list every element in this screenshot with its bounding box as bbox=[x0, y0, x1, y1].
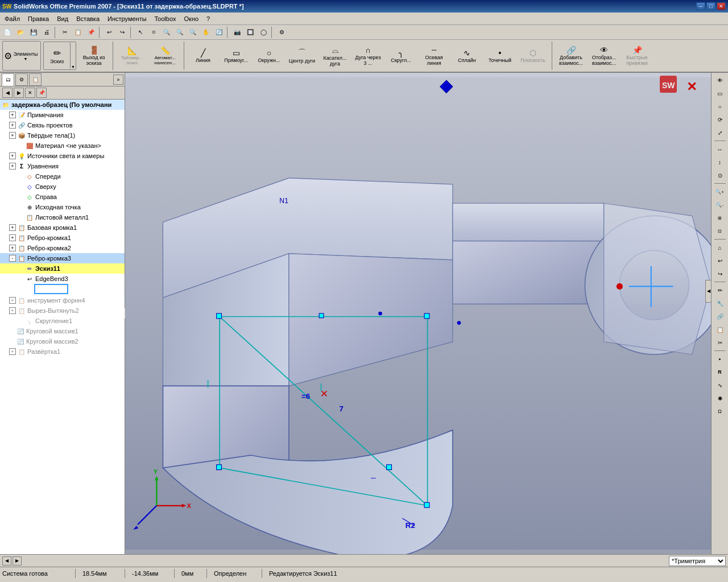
panel-btn-pin[interactable]: 📌 bbox=[36, 88, 47, 98]
expand-flatten[interactable]: + bbox=[9, 348, 16, 355]
sketch-tool-auto[interactable]: 📏 Автомат... нанесен... bbox=[150, 41, 180, 71]
tree-item-base[interactable]: + 📋 Базовая кромка1 bbox=[0, 222, 125, 233]
tree-item-links[interactable]: + 🔗 Связь проектов bbox=[0, 120, 125, 130]
tb-open[interactable]: 📂 bbox=[14, 26, 27, 39]
menu-toolbox[interactable]: Toolbox bbox=[151, 14, 180, 23]
rt-btn-h[interactable]: ↔ bbox=[714, 143, 726, 155]
sketch-tool-plane[interactable]: ⬡ Плоскость bbox=[518, 41, 548, 71]
rt-btn-refresh[interactable]: ⟳ bbox=[714, 113, 726, 126]
menu-insert[interactable]: Вставка bbox=[73, 14, 103, 23]
tb-zoom-sheet[interactable]: 🔍 bbox=[187, 26, 199, 39]
tb-zoom-in[interactable]: 🔍 bbox=[160, 26, 173, 39]
tb-paste[interactable]: 📌 bbox=[85, 26, 97, 39]
menu-edit[interactable]: Правка bbox=[24, 14, 52, 23]
tb-print[interactable]: 🖨 bbox=[40, 26, 53, 39]
sketch-tool-3d[interactable]: 📐 Трёхмер... эскиз bbox=[117, 41, 147, 71]
menu-file[interactable]: Файл bbox=[1, 14, 23, 23]
rt-btn-expand[interactable]: ⤢ bbox=[714, 126, 726, 139]
sketch-tool-3point-arc[interactable]: ∩ Дуга через 3 ... bbox=[353, 41, 383, 71]
tree-item-notes[interactable]: + 📝 Примечания bbox=[0, 110, 125, 120]
rt-btn-chain[interactable]: 🔗 bbox=[714, 310, 726, 323]
expand-edge1[interactable]: + bbox=[9, 234, 16, 241]
tree-item-edgebend3[interactable]: ↩ EdgeBend3 bbox=[0, 274, 125, 284]
tree-item-equations[interactable]: + Σ Уравнения bbox=[0, 161, 125, 171]
rt-btn-view[interactable]: 👁 bbox=[714, 74, 726, 86]
rt-btn-zoom1[interactable]: 🔍+ bbox=[714, 185, 726, 198]
expand-base[interactable]: + bbox=[9, 224, 16, 231]
tb-rotate[interactable]: 🔄 bbox=[213, 26, 225, 39]
view-select[interactable]: *Триметрия Спереди Сверху Справа Изометр… bbox=[669, 556, 726, 566]
rt-btn-undo2[interactable]: ↩ bbox=[714, 254, 726, 267]
tree-root[interactable]: 📁 задержка-образец (По умолчани bbox=[0, 100, 125, 110]
sketch-tool-line[interactable]: ╱ Линия bbox=[188, 41, 218, 71]
sketch-tool-show-relation[interactable]: 👁 Отобраз... взаимос... bbox=[589, 41, 619, 71]
tree-item-edge1[interactable]: + 📋 Ребро-кромка1 bbox=[0, 233, 125, 243]
rt-btn-wave[interactable]: ∿ bbox=[714, 379, 726, 391]
tree-item-tool4[interactable]: + 📋 инструмент форнн4 bbox=[0, 295, 125, 306]
panel-tab-feature[interactable]: 🗂 bbox=[2, 73, 14, 86]
rt-btn-zoom3[interactable]: ⊞ bbox=[714, 212, 726, 224]
sketch-tool-rect[interactable]: ▭ Прямоуг... bbox=[221, 41, 251, 71]
menu-tools[interactable]: Инструменты bbox=[104, 14, 150, 23]
sketch-tool-add-relation[interactable]: 🔗 Добавить взаимос... bbox=[556, 41, 586, 71]
panel-expand-btn[interactable]: » bbox=[113, 75, 123, 85]
tree-item-lights[interactable]: + 💡 Источники света и камеры bbox=[0, 151, 125, 161]
sketch-tool-center-arc[interactable]: ⌒ Центр дуги bbox=[287, 41, 317, 71]
expand-edge2[interactable]: + bbox=[9, 245, 16, 251]
sketch-tool-centerline[interactable]: ┄ Осевая линия bbox=[419, 41, 449, 71]
expand-cut2[interactable]: + bbox=[9, 307, 16, 314]
tb-cut[interactable]: ✂ bbox=[59, 26, 71, 39]
rt-btn-rect[interactable]: ▭ bbox=[714, 87, 726, 100]
rt-btn-center[interactable]: ⊙ bbox=[714, 169, 726, 181]
expand-lights[interactable]: + bbox=[9, 152, 16, 159]
feature-tree[interactable]: 📁 задержка-образец (По умолчани + 📝 Прим… bbox=[0, 100, 125, 554]
panel-btn-next[interactable]: ▶ bbox=[14, 88, 24, 98]
viewport[interactable]: =6 7 ─ R2 ║ ║ bbox=[125, 73, 711, 554]
expand-notes[interactable]: + bbox=[9, 112, 16, 118]
minimize-button[interactable]: ─ bbox=[696, 2, 705, 10]
menu-window[interactable]: Окно bbox=[181, 14, 202, 23]
rt-btn-zoom2[interactable]: 🔍- bbox=[714, 199, 726, 211]
tree-item-circ2[interactable]: 🔄 Круговой массив2 bbox=[0, 336, 125, 346]
panel-tab-property[interactable]: ⚙ bbox=[15, 73, 28, 86]
tb-redo[interactable]: ↪ bbox=[116, 26, 129, 39]
rt-btn-zoom4[interactable]: ⊡ bbox=[714, 225, 726, 237]
tree-item-right[interactable]: ◇ Справа bbox=[0, 192, 125, 202]
panel-btn-prev[interactable]: ◀ bbox=[2, 88, 13, 98]
tb-section[interactable]: 🔲 bbox=[244, 26, 257, 39]
tb-view-orient[interactable]: 📷 bbox=[231, 26, 243, 39]
rt-btn-cut2[interactable]: ✂ bbox=[714, 336, 726, 349]
sketch-tool-fillet[interactable]: ╮ Скругл... bbox=[386, 41, 416, 71]
tree-item-material[interactable]: 🧱 Материал <не указан> bbox=[0, 141, 125, 151]
rt-btn-copy2[interactable]: 📋 bbox=[714, 323, 726, 336]
scroll-right-btn[interactable]: ▶ bbox=[13, 556, 22, 566]
tb-select[interactable]: ↖ bbox=[134, 26, 147, 39]
rt-btn-omega[interactable]: Ω bbox=[714, 405, 726, 418]
tb-copy[interactable]: 📋 bbox=[72, 26, 84, 39]
tree-item-circ1[interactable]: 🔄 Круговой массив1 bbox=[0, 326, 125, 336]
rt-btn-point[interactable]: • bbox=[714, 353, 726, 365]
tree-item-sheetmetal[interactable]: 📋 Листовой металл1 bbox=[0, 212, 125, 222]
tb-undo[interactable]: ↩ bbox=[103, 26, 115, 39]
tree-item-fillet1[interactable]: ╮ Скругление1 bbox=[0, 316, 125, 326]
rt-btn-edit[interactable]: ✏ bbox=[714, 284, 726, 296]
expand-tool4[interactable]: + bbox=[9, 297, 16, 304]
close-sketch-button[interactable]: ✕ bbox=[686, 80, 697, 94]
tb-pan[interactable]: ✋ bbox=[200, 26, 212, 39]
menu-help[interactable]: ? bbox=[203, 14, 213, 23]
expand-solid[interactable]: + bbox=[9, 132, 16, 139]
tree-item-flatten[interactable]: + 📋 Развёртка1 bbox=[0, 346, 125, 357]
sketch-tool-circle[interactable]: ○ Окружн... bbox=[254, 41, 284, 71]
tree-item-eskiz11[interactable]: ✏ Эскиз11 bbox=[0, 263, 125, 274]
rt-btn-redo2[interactable]: ↪ bbox=[714, 267, 726, 280]
rt-btn-circle[interactable]: ○ bbox=[714, 100, 726, 113]
menu-view[interactable]: Вид bbox=[53, 14, 72, 23]
panel-tab-config[interactable]: 📋 bbox=[29, 73, 42, 86]
rt-btn-r[interactable]: R bbox=[714, 366, 726, 378]
tb-new[interactable]: 📄 bbox=[1, 26, 14, 39]
tree-item-solid[interactable]: + 📦 Твёрдые тела(1) bbox=[0, 130, 125, 141]
eskiz-dropdown[interactable]: ▼ bbox=[70, 43, 76, 69]
tb-options[interactable]: ⚙ bbox=[275, 26, 288, 39]
sketch-tool-tangent-arc[interactable]: ⌓ Касател... дуга bbox=[320, 41, 350, 71]
sketch-tool-point[interactable]: • Точечный bbox=[485, 41, 515, 71]
